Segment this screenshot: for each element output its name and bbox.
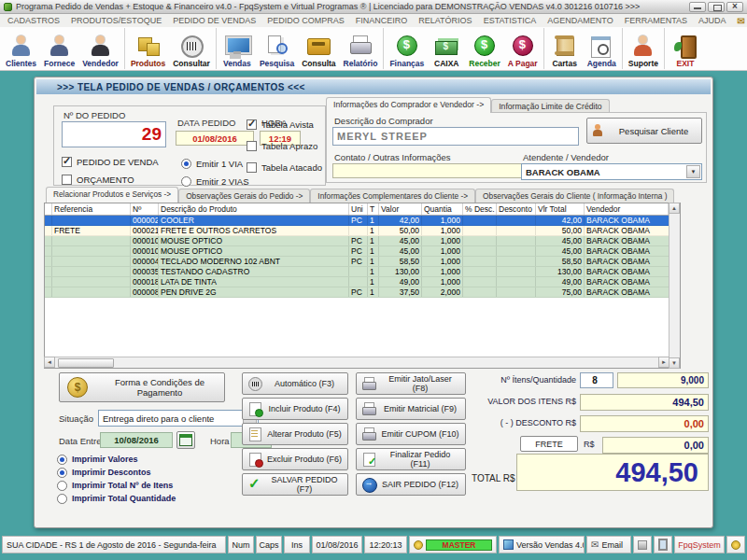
order-date-field[interactable] (176, 131, 254, 146)
price-table-checkbox[interactable]: Tabela Avista (247, 114, 322, 135)
table-row[interactable]: FRETE 000021 FRETE E OUTROS CARRETOS 1 5… (45, 226, 669, 236)
table-row[interactable]: 000008 PEN DRIVE 2G PC 1 37,50 2,000 75,… (45, 287, 669, 298)
column-header[interactable]: Descrição do Produto (159, 203, 349, 215)
menu-item[interactable]: FERRAMENTAS (619, 16, 693, 25)
action-button[interactable]: SAIR PEDIDO (F12) (356, 473, 466, 496)
column-header[interactable]: Desconto (497, 203, 536, 215)
situation-dropdown[interactable]: Entrega direto para o cliente ▼ (98, 410, 259, 427)
print-option-radio[interactable]: Imprimir Total Quantidade (57, 492, 176, 505)
delivery-date-field[interactable] (100, 432, 173, 448)
toolbar-button[interactable]: Consulta (298, 28, 339, 69)
toolbar-button[interactable]: EXIT (667, 28, 704, 69)
action-button[interactable]: Alterar Produto (F5) (242, 423, 348, 445)
action-button[interactable]: SALVAR PEDIDO (F7) (242, 473, 348, 496)
price-table-checkbox[interactable]: Tabela Atacado (247, 157, 322, 178)
scroll-right-icon[interactable]: ► (658, 357, 669, 368)
order-type-checkbox[interactable]: PEDIDO DE VENDA (62, 153, 159, 171)
scroll-down-icon[interactable]: ▼ (669, 357, 680, 369)
scroll-left-icon[interactable]: ◄ (44, 357, 55, 368)
toolbar-button[interactable]: Cartas (546, 28, 584, 69)
column-header[interactable]: Referencia (52, 203, 131, 215)
print-option-radio[interactable]: Imprimir Total Nº de Itens (57, 479, 176, 492)
menu-item[interactable]: RELATÓRIOS (413, 16, 477, 25)
close-button[interactable] (726, 2, 743, 12)
column-header[interactable]: Vlr Total (536, 203, 585, 215)
toolbar-button[interactable]: Vendas (218, 28, 256, 69)
minimize-button[interactable] (689, 2, 706, 12)
buyer-description-field[interactable] (332, 127, 579, 146)
buyer-tab[interactable]: Informação Limite de Crédito (491, 99, 609, 113)
table-row[interactable]: 000004 TECLADO MODERNO 102 ABNT PC 1 58,… (45, 257, 669, 267)
search-client-button[interactable]: Pesquisar Cliente (586, 118, 702, 144)
action-button[interactable]: Incluir Produto (F4) (242, 398, 348, 420)
copies-radio[interactable]: Emitir 1 VIA (181, 155, 249, 173)
order-type-options: PEDIDO DE VENDA ORÇAMENTO (62, 153, 159, 189)
toolbar-button[interactable]: Fornece (40, 28, 78, 69)
column-header[interactable]: Uni (349, 203, 368, 215)
toolbar-button[interactable]: CAIXA (428, 28, 465, 69)
menu-item[interactable]: CADASTROS (2, 16, 65, 25)
radio-icon (57, 455, 67, 465)
calendar-icon (179, 434, 192, 446)
vertical-scrollbar[interactable]: ▲ ▼ (669, 203, 680, 368)
scroll-up-icon[interactable]: ▲ (669, 203, 680, 214)
toolbar-button[interactable]: Finanças (386, 28, 428, 69)
buyer-tab[interactable]: Informações do Comprador e Vendedor -> (326, 97, 491, 113)
product-tab[interactable]: Relacionar Produtos e Serviços -> (46, 187, 178, 203)
menu-item[interactable]: ESTATISTICA (478, 16, 543, 25)
calendar-button[interactable] (176, 431, 195, 449)
menu-item[interactable]: PRODUTOS/ESTOQUE (65, 16, 167, 25)
toolbar-button[interactable]: Pesquisa (256, 28, 298, 69)
freight-button[interactable]: FRETE (520, 436, 578, 452)
menu-item[interactable]: FINANCEIRO (350, 16, 414, 25)
table-row[interactable]: 000035 TESTANDO CADASTRO 1 130,00 1,000 … (45, 267, 669, 277)
menu-item[interactable]: PEDIDO COMPRAS (261, 16, 350, 25)
menu-bar: CADASTROS PRODUTOS/ESTOQUE PEDIDO DE VEN… (0, 14, 747, 27)
toolbar-button[interactable]: Vendedor (78, 28, 125, 69)
toolbar-button[interactable]: Relatório (340, 28, 385, 69)
menu-item[interactable]: AJUDA (693, 16, 732, 25)
table-row[interactable]: 000002 COOLER PC 1 42,00 1,000 42,00 BAR… (45, 216, 669, 226)
toolbar-icon (510, 34, 536, 58)
product-tab[interactable]: Observações Gerais do Pedido -> (178, 189, 310, 203)
toolbar-icon (264, 34, 290, 58)
column-header[interactable]: T (368, 203, 379, 215)
menu-item[interactable]: PEDIDO DE VENDAS (167, 16, 261, 25)
column-header[interactable]: % Desc. (463, 203, 497, 215)
column-header[interactable]: Vendedor (585, 203, 669, 215)
maximize-button[interactable] (708, 2, 725, 12)
menu-item[interactable]: E-MAIL (732, 16, 747, 26)
toolbar-button[interactable]: A Pagar (504, 28, 544, 69)
column-header[interactable]: Quantia (422, 203, 463, 215)
menu-item[interactable]: AGENDAMENTO (542, 16, 618, 25)
order-number-field[interactable] (62, 121, 166, 147)
column-header[interactable] (45, 203, 52, 215)
toolbar-icon (672, 34, 698, 58)
print-option-radio[interactable]: Imprimir Descontos (57, 466, 176, 479)
toolbar-button[interactable]: Agenda (584, 28, 623, 69)
action-icon (247, 376, 262, 391)
horizontal-scrollbar[interactable]: ◄ ► (45, 357, 669, 368)
action-button[interactable]: Excluir Produto (F6) (242, 448, 348, 470)
radio-icon (181, 176, 191, 187)
action-button[interactable]: Finalizar Pedido (F11) (356, 448, 466, 470)
toolbar-button[interactable]: Consultar (169, 28, 217, 69)
column-header[interactable]: Nº (131, 203, 159, 215)
product-tab[interactable]: Observações Gerais do Cliente ( Informaç… (475, 189, 674, 203)
table-row[interactable]: 000018 LATA DE TINTA 1 49,00 1,000 49,00… (45, 277, 669, 287)
seller-dropdown[interactable]: BARACK OBAMA ▼ (521, 163, 702, 180)
toolbar-button[interactable]: Produtos (127, 28, 169, 69)
table-row[interactable]: 000010 MOUSE OPTICO PC 1 45,00 1,000 45,… (45, 236, 669, 246)
table-row[interactable]: 000010 MOUSE OPTICO PC 1 45,00 1,000 45,… (45, 246, 669, 257)
product-tab[interactable]: Informações Complementares do Cliente -> (310, 189, 475, 203)
column-header[interactable]: Valor (379, 203, 422, 215)
toolbar-button[interactable]: Clientes (2, 28, 40, 69)
toolbar-button[interactable]: Suporte (625, 28, 665, 69)
action-button[interactable]: Automático (F3) (242, 372, 348, 395)
print-option-radio[interactable]: Imprimir Valores (57, 453, 176, 466)
price-table-checkbox[interactable]: Tabela Aprazo (247, 135, 322, 157)
scrollbar-thumb[interactable] (58, 358, 114, 368)
payment-conditions-button[interactable]: Forma e Condições de Pagamento (59, 372, 225, 402)
buyer-group: Descrição do Comprador Pesquisar Cliente… (326, 112, 707, 183)
toolbar-button[interactable]: Receber (465, 28, 504, 69)
